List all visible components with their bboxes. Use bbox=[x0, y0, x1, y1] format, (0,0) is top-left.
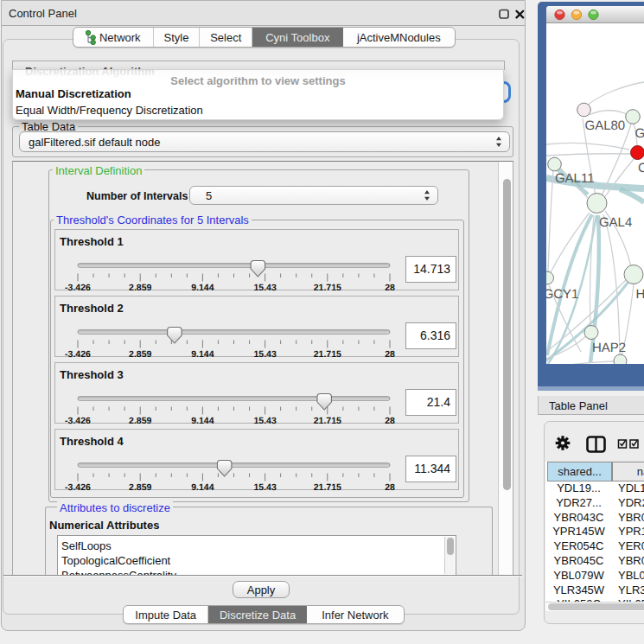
svg-text:21.715: 21.715 bbox=[314, 416, 341, 425]
svg-text:9.144: 9.144 bbox=[191, 349, 214, 359]
svg-text:HIS4: HIS4 bbox=[636, 287, 644, 302]
svg-text:-3.426: -3.426 bbox=[65, 416, 91, 425]
svg-text:2.859: 2.859 bbox=[129, 416, 151, 425]
svg-text:21.715: 21.715 bbox=[314, 283, 341, 292]
svg-text:2.859: 2.859 bbox=[129, 283, 151, 292]
svg-text:-3.426: -3.426 bbox=[65, 283, 91, 292]
svg-text:9.144: 9.144 bbox=[191, 416, 214, 425]
svg-text:28: 28 bbox=[385, 283, 395, 292]
svg-text:15.43: 15.43 bbox=[253, 416, 276, 425]
svg-text:-3.426: -3.426 bbox=[65, 349, 91, 359]
svg-text:GAL80: GAL80 bbox=[635, 126, 644, 141]
svg-text:GAL4: GAL4 bbox=[599, 215, 632, 230]
svg-text:GAL11: GAL11 bbox=[555, 171, 595, 186]
svg-text:-3.426: -3.426 bbox=[65, 482, 91, 492]
svg-text:HAP2: HAP2 bbox=[592, 341, 626, 355]
svg-text:15.43: 15.43 bbox=[253, 283, 276, 292]
svg-text:21.715: 21.715 bbox=[314, 482, 341, 492]
svg-text:2.859: 2.859 bbox=[129, 349, 151, 359]
svg-text:21.715: 21.715 bbox=[314, 349, 341, 359]
svg-text:9.144: 9.144 bbox=[191, 482, 214, 492]
svg-text:15.43: 15.43 bbox=[253, 349, 276, 359]
svg-text:CDC6: CDC6 bbox=[638, 161, 644, 175]
svg-text:28: 28 bbox=[385, 482, 395, 492]
svg-text:9.144: 9.144 bbox=[191, 283, 214, 292]
svg-text:GCY1: GCY1 bbox=[546, 287, 578, 302]
svg-text:28: 28 bbox=[385, 416, 395, 425]
svg-text:28: 28 bbox=[385, 349, 395, 359]
svg-text:GAL80: GAL80 bbox=[585, 118, 626, 133]
svg-text:15.43: 15.43 bbox=[253, 482, 276, 492]
svg-text:2.859: 2.859 bbox=[129, 482, 151, 492]
